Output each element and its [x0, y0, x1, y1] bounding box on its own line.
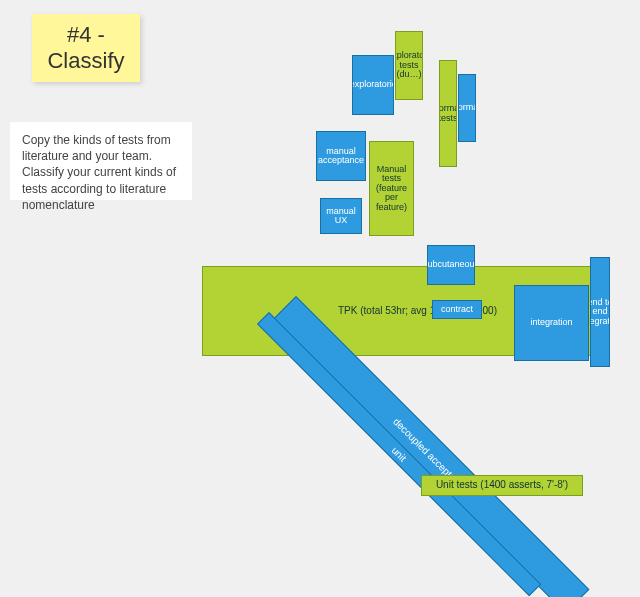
sticky-title-text: #4 - Classify	[47, 22, 124, 73]
note-description-text: Copy the kinds of tests from literature …	[22, 133, 176, 212]
box-performance[interactable]: Performance	[458, 74, 476, 142]
box-performance-tests-label: Performance tests	[439, 104, 457, 123]
box-exploratory-tests[interactable]: Exploratory tests (du…)	[395, 31, 423, 100]
box-end-to-end-label: end to end integrated	[590, 298, 610, 326]
box-subcutaneous-label: subcutaneous	[427, 260, 475, 269]
note-description[interactable]: Copy the kinds of tests from literature …	[10, 122, 192, 200]
box-manual-ux-label: manual UX	[323, 207, 359, 226]
box-integration[interactable]: integration	[514, 285, 589, 361]
box-manual-acceptance-label: manual acceptance	[318, 147, 364, 166]
box-performance-label: Performance	[458, 103, 476, 112]
sticky-title[interactable]: #4 - Classify	[32, 14, 140, 82]
box-unit-tests-label: Unit tests (1400 asserts, 7'-8')	[436, 480, 568, 491]
box-contract[interactable]: contract	[432, 300, 482, 319]
box-subcutaneous[interactable]: subcutaneous	[427, 245, 475, 285]
box-manual-tests[interactable]: Manual tests (feature per feature)	[369, 141, 414, 236]
box-contract-label: contract	[441, 305, 473, 314]
box-exploratoric-label: exploratoric	[352, 80, 394, 89]
diagram-canvas: #4 - Classify Copy the kinds of tests fr…	[0, 0, 640, 597]
box-exploratoric[interactable]: exploratoric	[352, 55, 394, 115]
box-manual-acceptance[interactable]: manual acceptance	[316, 131, 366, 181]
box-manual-tests-label: Manual tests (feature per feature)	[372, 165, 411, 212]
box-end-to-end[interactable]: end to end integrated	[590, 257, 610, 367]
box-unit-tests[interactable]: Unit tests (1400 asserts, 7'-8')	[421, 475, 583, 496]
box-integration-label: integration	[530, 318, 572, 327]
box-exploratory-tests-label: Exploratory tests (du…)	[395, 51, 423, 79]
box-manual-ux[interactable]: manual UX	[320, 198, 362, 234]
box-performance-tests[interactable]: Performance tests	[439, 60, 457, 167]
